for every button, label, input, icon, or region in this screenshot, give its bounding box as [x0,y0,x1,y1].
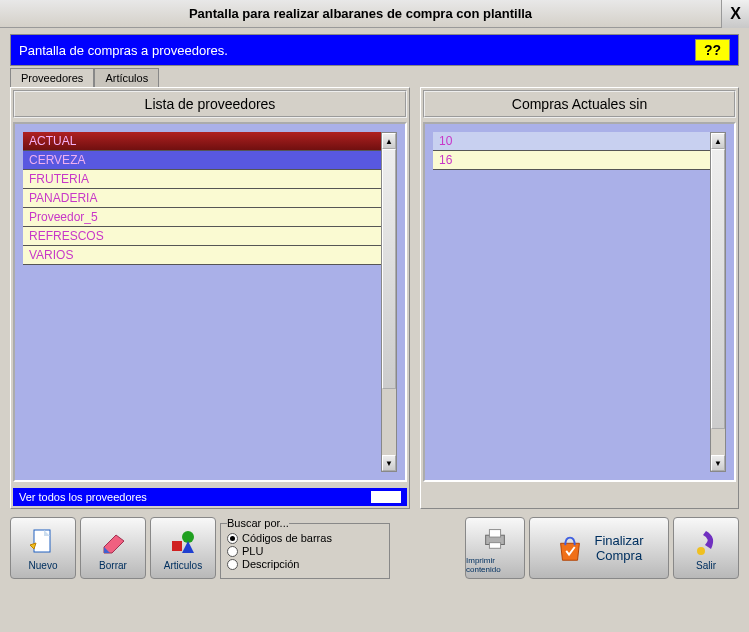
ver-todos-label: Ver todos los proveedores [19,491,371,503]
svg-rect-9 [489,530,500,537]
list-item[interactable]: ACTUAL [23,132,381,151]
panel-compras: Compras Actuales sin 1016 ▲ ▼ [420,87,739,509]
footer-box [371,491,401,503]
svg-rect-5 [172,541,182,551]
scroll-down-icon[interactable]: ▼ [382,455,396,471]
scroll-up-icon[interactable]: ▲ [711,133,725,149]
tab-articulos[interactable]: Artículos [94,68,159,87]
radio-icon [227,546,238,557]
list-item[interactable]: 16 [433,151,710,170]
proveedores-list-container: ACTUALCERVEZAFRUTERIAPANADERIAProveedor_… [13,122,407,482]
salir-label: Salir [696,560,716,571]
articulos-button[interactable]: Articulos [150,517,216,579]
proveedores-scrollbar[interactable]: ▲ ▼ [381,132,397,472]
imprimir-label: Imprimir contenido [466,556,524,574]
radio-plu-label: PLU [242,545,263,557]
finalizar-label: Finalizar Compra [594,533,643,563]
scroll-thumb[interactable] [382,149,396,389]
radio-codigos[interactable]: Códigos de barras [227,532,383,544]
scroll-down-icon[interactable]: ▼ [711,455,725,471]
shapes-icon [167,526,199,558]
list-item[interactable]: CERVEZA [23,151,381,170]
window-title: Pantalla para realizar albaranes de comp… [0,6,721,21]
panel-compras-title: Compras Actuales sin [423,90,736,118]
eraser-icon [97,526,129,558]
bottom-toolbar: Nuevo Borrar Articulos Buscar por... Cód… [10,517,739,579]
printer-icon [479,522,511,554]
imprimir-button[interactable]: Imprimir contenido [465,517,525,579]
svg-marker-7 [182,541,194,553]
borrar-label: Borrar [99,560,127,571]
document-new-icon [27,526,59,558]
list-item[interactable]: PANADERIA [23,189,381,208]
radio-descripcion-label: Descripción [242,558,299,570]
radio-icon [227,533,238,544]
help-button[interactable]: ?? [695,39,730,61]
list-item[interactable]: Proveedor_5 [23,208,381,227]
exit-arrow-icon [690,526,722,558]
header-subtitle: Pantalla de compras a proveedores. [19,43,695,58]
radio-codigos-label: Códigos de barras [242,532,332,544]
panel-proveedores: Lista de proveedores ACTUALCERVEZAFRUTER… [10,87,410,509]
list-item[interactable]: REFRESCOS [23,227,381,246]
tab-strip: Proveedores Artículos [10,68,739,87]
titlebar: Pantalla para realizar albaranes de comp… [0,0,749,28]
panel-proveedores-title: Lista de proveedores [13,90,407,118]
radio-descripcion[interactable]: Descripción [227,558,383,570]
tab-proveedores[interactable]: Proveedores [10,68,94,87]
list-item[interactable]: FRUTERIA [23,170,381,189]
nuevo-label: Nuevo [29,560,58,571]
borrar-button[interactable]: Borrar [80,517,146,579]
buscar-por-legend: Buscar por... [227,517,289,529]
header-bar: Pantalla de compras a proveedores. ?? [10,34,739,66]
scroll-up-icon[interactable]: ▲ [382,133,396,149]
svg-rect-10 [489,543,500,549]
articulos-label: Articulos [164,560,202,571]
shopping-bag-icon [554,532,586,564]
nuevo-button[interactable]: Nuevo [10,517,76,579]
svg-point-12 [697,547,705,555]
ver-todos-link[interactable]: Ver todos los proveedores [13,488,407,506]
buscar-por-group: Buscar por... Códigos de barras PLU Desc… [220,517,390,579]
radio-plu[interactable]: PLU [227,545,383,557]
list-item[interactable]: VARIOS [23,246,381,265]
radio-icon [227,559,238,570]
svg-rect-0 [34,530,50,552]
list-item[interactable]: 10 [433,132,710,151]
salir-button[interactable]: Salir [673,517,739,579]
close-button[interactable]: X [721,0,749,28]
compras-list-container: 1016 ▲ ▼ [423,122,736,482]
scroll-thumb[interactable] [711,149,725,429]
finalizar-button[interactable]: Finalizar Compra [529,517,669,579]
compras-scrollbar[interactable]: ▲ ▼ [710,132,726,472]
